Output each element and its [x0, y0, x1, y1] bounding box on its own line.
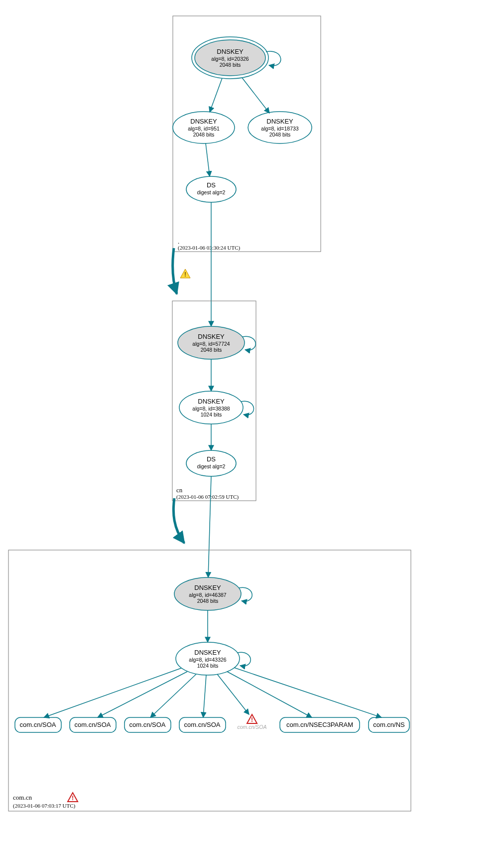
svg-text:DNSKEY: DNSKEY [198, 398, 225, 405]
svg-text:DNSKEY: DNSKEY [266, 118, 293, 125]
comcn-zsk-node: DNSKEY alg=8, id=43326 1024 bits [176, 642, 240, 675]
svg-text:!: ! [184, 271, 186, 278]
zone-comcn-ts: (2023-01-06 07:03:17 UTC) [13, 803, 76, 809]
svg-text:digest alg=2: digest alg=2 [197, 463, 226, 469]
error-icon: ! [68, 793, 78, 802]
rr-ns: com.cn/NS [369, 717, 409, 732]
edge-zsk1-ds [206, 143, 210, 176]
rr-soa-bogus: com.cn/SOA ! [238, 714, 267, 730]
svg-text:alg=8, id=38388: alg=8, id=38388 [192, 406, 230, 412]
root-ksk-node: DNSKEY alg=8, id=20326 2048 bits [192, 37, 268, 79]
svg-text:alg=8, id=46387: alg=8, id=46387 [189, 592, 226, 598]
edge-root-to-cn [173, 248, 177, 294]
svg-text:DS: DS [207, 181, 216, 189]
svg-text:com.cn/SOA: com.cn/SOA [129, 721, 166, 728]
rr-soa-4: com.cn/SOA [179, 717, 226, 732]
cn-zsk-node: DNSKEY alg=8, id=38388 1024 bits [179, 391, 243, 424]
svg-text:2048 bits: 2048 bits [197, 598, 219, 604]
zone-root-name: . [178, 238, 179, 245]
zone-cn-ts: (2023-01-06 07:02:59 UTC) [176, 494, 239, 500]
cn-ksk-node: DNSKEY alg=8, id=57724 2048 bits [178, 326, 245, 359]
svg-text:DNSKEY: DNSKEY [190, 118, 217, 125]
svg-text:1024 bits: 1024 bits [197, 663, 219, 669]
svg-text:1024 bits: 1024 bits [201, 412, 222, 418]
svg-text:com.cn/NS: com.cn/NS [373, 721, 405, 728]
svg-text:!: ! [72, 795, 74, 802]
svg-text:com.cn/SOA: com.cn/SOA [184, 721, 221, 728]
svg-text:!: ! [251, 716, 253, 723]
svg-text:DNSKEY: DNSKEY [217, 48, 244, 55]
svg-text:alg=8, id=57724: alg=8, id=57724 [192, 341, 230, 347]
svg-text:2048 bits: 2048 bits [269, 132, 291, 138]
svg-text:2048 bits: 2048 bits [220, 62, 241, 68]
svg-text:DS: DS [207, 455, 216, 463]
rr-soa-2: com.cn/SOA [70, 717, 116, 732]
root-ds-node: DS digest alg=2 [186, 176, 236, 202]
root-zsk2-node: DNSKEY alg=8, id=18733 2048 bits [248, 112, 312, 143]
svg-text:digest alg=2: digest alg=2 [197, 189, 226, 195]
svg-text:com.cn/SOA: com.cn/SOA [238, 724, 267, 730]
edge-rootksk-zsk1 [210, 78, 222, 112]
svg-text:com.cn/SOA: com.cn/SOA [20, 721, 56, 728]
root-zsk1-node: DNSKEY alg=8, id=951 2048 bits [173, 112, 235, 143]
rr-soa-3: com.cn/SOA [125, 717, 171, 732]
svg-text:alg=8, id=951: alg=8, id=951 [188, 126, 220, 132]
zone-cn-name: cn [176, 486, 183, 494]
zone-root-ts: (2023-01-06 03:30:24 UTC) [178, 245, 241, 251]
comcn-ksk-node: DNSKEY alg=8, id=46387 2048 bits [174, 577, 241, 610]
svg-text:alg=8, id=43326: alg=8, id=43326 [189, 657, 226, 663]
svg-text:alg=8, id=20326: alg=8, id=20326 [211, 56, 249, 62]
svg-text:2048 bits: 2048 bits [201, 347, 222, 353]
rr-soa-1: com.cn/SOA [15, 717, 61, 732]
edge-cn-to-comcn [173, 498, 184, 543]
rr-nsec3: com.cn/NSEC3PARAM [280, 717, 360, 732]
warning-icon: ! [180, 269, 190, 278]
svg-text:com.cn/SOA: com.cn/SOA [75, 721, 111, 728]
svg-text:alg=8, id=18733: alg=8, id=18733 [261, 126, 298, 132]
zone-comcn-name: com.cn [13, 794, 32, 801]
svg-text:DNSKEY: DNSKEY [194, 649, 221, 656]
edge-cnds-comcnksk [208, 476, 211, 577]
edge-rootksk-zsk2 [242, 78, 269, 113]
svg-text:2048 bits: 2048 bits [193, 132, 215, 138]
svg-text:DNSKEY: DNSKEY [198, 333, 225, 340]
error-icon: ! [247, 714, 257, 723]
svg-text:DNSKEY: DNSKEY [194, 584, 221, 591]
svg-text:com.cn/NSEC3PARAM: com.cn/NSEC3PARAM [286, 721, 353, 728]
cn-ds-node: DS digest alg=2 [186, 450, 236, 476]
